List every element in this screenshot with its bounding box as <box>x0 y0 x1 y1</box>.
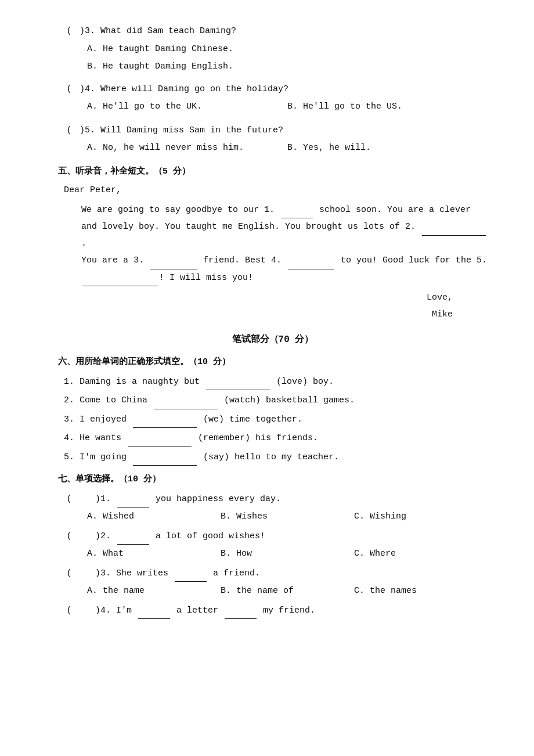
s7-q1-b: B. Wishes <box>221 509 354 525</box>
paren-4: ( <box>64 81 74 98</box>
question-5-choice-a: A. No, he will never miss him. <box>87 140 287 157</box>
s6-blank-4[interactable] <box>128 430 192 447</box>
s6-item-4: 4. He wants (remember) his friends. <box>58 430 488 447</box>
letter-body-2: and lovely boy. You taught me English. Y… <box>64 218 488 252</box>
s7-q1: ( )1. you happiness every day. <box>58 491 488 508</box>
blank-2[interactable] <box>422 218 486 236</box>
question-4-choice-a: A. He'll go to the UK. <box>87 99 287 116</box>
letter-sign-love: Love, <box>64 290 488 307</box>
question-5-choice-b: B. Yes, he will. <box>287 140 488 157</box>
question-4-choice-b: B. He'll go to the US. <box>287 99 488 116</box>
s7-blank-3[interactable] <box>175 565 207 582</box>
s6-item-1: 1. Daming is a naughty but (love) boy. <box>58 373 488 391</box>
s7-q2-c: C. Where <box>354 546 488 563</box>
letter-greeting: Dear Peter, <box>64 182 488 199</box>
s7-blank-4b[interactable] <box>225 602 257 620</box>
s7-q1-a: A. Wished <box>87 509 221 525</box>
s6-blank-5[interactable] <box>133 449 197 466</box>
s6-blank-3[interactable] <box>133 411 197 429</box>
s7-q3-choices: A. the name B. the name of C. the names <box>58 583 488 600</box>
question-3-choice-a: A. He taught Daming Chinese. <box>58 41 488 58</box>
s7-q2-choices: A. What B. How C. Where <box>58 546 488 563</box>
letter-body-3: You are a 3. friend. Best 4. to you! Goo… <box>64 252 488 269</box>
letter-sign-mike: Mike <box>64 307 488 323</box>
s6-blank-1[interactable] <box>206 373 270 391</box>
s7-q2-a: A. What <box>87 546 221 563</box>
blank-4[interactable] <box>288 252 334 269</box>
s7-q3: ( )3. She writes a friend. <box>58 565 488 582</box>
letter-body-4: ! I will miss you! <box>64 269 488 287</box>
question-3: ( )3. What did Sam teach Daming? <box>58 23 488 40</box>
blank-1[interactable] <box>281 201 313 219</box>
paren-5: ( <box>64 123 74 139</box>
s7-blank-2[interactable] <box>117 528 149 545</box>
center-title: 笔试部分（70 分） <box>58 331 488 348</box>
blank-3[interactable] <box>150 252 197 269</box>
s7-blank-1[interactable] <box>117 491 149 508</box>
question-5: ( )5. Will Daming miss Sam in the future… <box>58 123 488 139</box>
question-5-text: )5. Will Daming miss Sam in the future? <box>80 125 283 135</box>
s7-q3-b: B. the name of <box>221 583 354 600</box>
section-5-title: 五、听录音，补全短文。（5 分） <box>58 164 488 181</box>
s6-item-3: 3. I enjoyed (we) time together. <box>58 411 488 429</box>
s6-item-5: 5. I'm going (say) hello to my teacher. <box>58 449 488 466</box>
paren-3: ( <box>64 23 74 40</box>
s7-q2: ( )2. a lot of good wishes! <box>58 528 488 545</box>
s6-blank-2[interactable] <box>154 392 218 409</box>
s7-q1-c: C. Wishing <box>354 509 488 525</box>
s7-q2-b: B. How <box>221 546 354 563</box>
s7-q4: ( )4. I'm a letter my friend. <box>58 602 488 620</box>
question-4: ( )4. Where will Daming go on the holida… <box>58 81 488 98</box>
blank-5[interactable] <box>82 269 158 287</box>
s6-item-2: 2. Come to China (watch) basketball game… <box>58 392 488 409</box>
s7-q1-choices: A. Wished B. Wishes C. Wishing <box>58 509 488 525</box>
question-4-text: )4. Where will Daming go on the holiday? <box>80 84 288 94</box>
section-7-title: 七、单项选择。（10 分） <box>58 471 488 488</box>
s7-q3-c: C. the names <box>354 583 488 600</box>
section-6-title: 六、用所给单词的正确形式填空。（10 分） <box>58 354 488 371</box>
question-3-choice-b: B. He taught Daming English. <box>58 59 488 75</box>
s7-blank-4a[interactable] <box>138 602 170 620</box>
s7-q3-a: A. the name <box>87 583 221 600</box>
letter-body-1: We are going to say goodbye to our 1. sc… <box>64 201 488 219</box>
question-3-text: )3. What did Sam teach Daming? <box>80 26 236 36</box>
